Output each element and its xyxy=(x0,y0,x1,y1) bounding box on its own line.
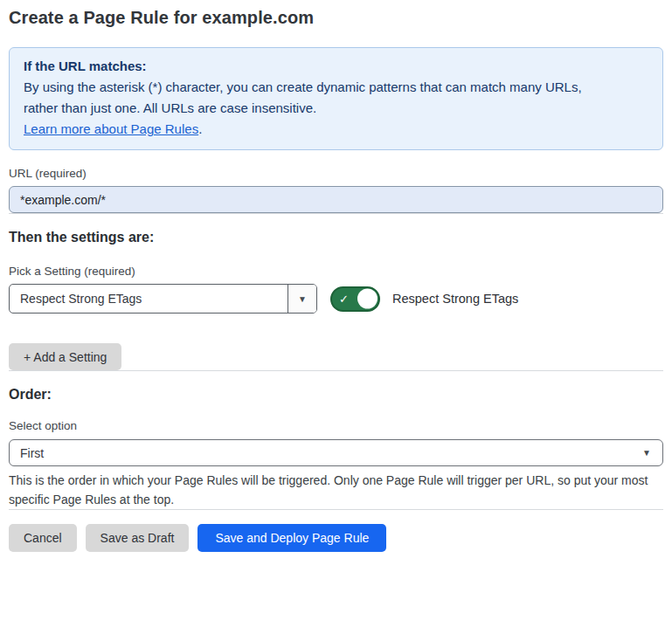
setting-row: Respect Strong ETags ▼ ✓ Respect Strong … xyxy=(9,284,663,314)
page-title: Create a Page Rule for example.com xyxy=(9,8,663,28)
setting-toggle-on[interactable]: ✓ xyxy=(330,286,380,312)
url-field-label: URL (required) xyxy=(9,167,663,180)
settings-section-heading: Then the settings are: xyxy=(9,230,663,245)
section-divider xyxy=(9,213,663,214)
section-divider xyxy=(9,370,663,371)
footer-actions: Cancel Save as Draft Save and Deploy Pag… xyxy=(9,524,663,552)
link-period: . xyxy=(198,121,202,136)
footer-divider xyxy=(9,509,663,510)
cancel-button[interactable]: Cancel xyxy=(9,524,77,552)
order-select-label: Select option xyxy=(9,419,663,432)
learn-more-page-rules-link[interactable]: Learn more about Page Rules xyxy=(24,121,198,136)
info-box-heading: If the URL matches: xyxy=(24,56,648,77)
setting-select-value: Respect Strong ETags xyxy=(10,292,288,306)
save-draft-button[interactable]: Save as Draft xyxy=(86,524,190,552)
info-box-link-line: Learn more about Page Rules. xyxy=(24,119,648,140)
chevron-down-icon: ▼ xyxy=(642,448,662,458)
info-box-body-line1: By using the asterisk (*) character, you… xyxy=(24,77,648,98)
chevron-down-icon[interactable]: ▼ xyxy=(288,285,316,313)
toggle-label: Respect Strong ETags xyxy=(392,292,518,306)
order-section-heading: Order: xyxy=(9,387,663,403)
toggle-knob xyxy=(357,289,378,309)
info-box-body-line2: rather than just one. All URLs are case … xyxy=(24,98,648,119)
create-page-rule-form: Create a Page Rule for example.com If th… xyxy=(0,8,672,552)
order-select[interactable]: First ▼ xyxy=(9,439,663,466)
order-select-value: First xyxy=(10,446,642,460)
url-input[interactable] xyxy=(9,186,663,213)
add-setting-button[interactable]: + Add a Setting xyxy=(9,343,121,370)
pick-setting-label: Pick a Setting (required) xyxy=(9,265,663,278)
save-deploy-button[interactable]: Save and Deploy Page Rule xyxy=(197,524,386,552)
setting-select[interactable]: Respect Strong ETags ▼ xyxy=(9,284,317,314)
check-icon: ✓ xyxy=(339,293,349,306)
url-match-info-box: If the URL matches: By using the asteris… xyxy=(9,47,663,150)
order-help-text: This is the order in which your Page Rul… xyxy=(9,471,655,509)
